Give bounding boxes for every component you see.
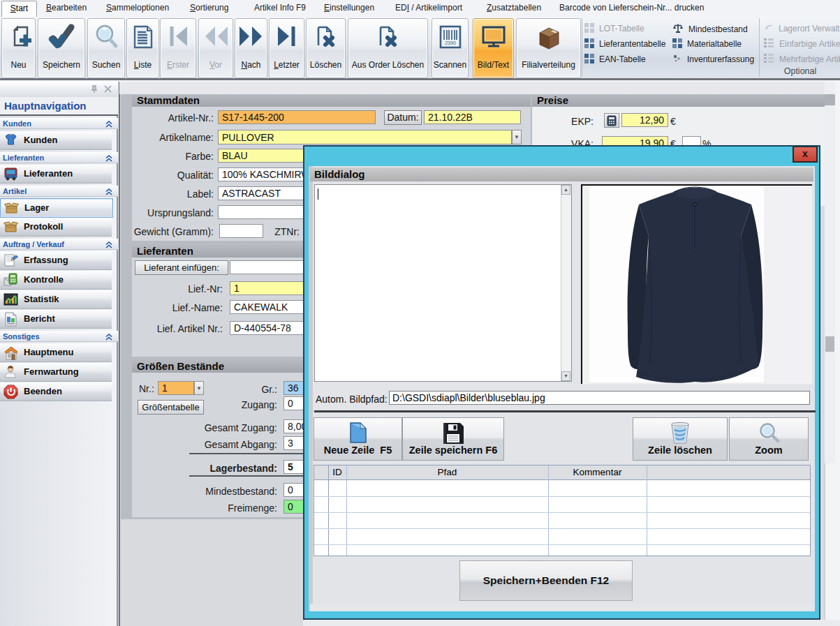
svg-text:2390: 2390 — [445, 40, 456, 45]
